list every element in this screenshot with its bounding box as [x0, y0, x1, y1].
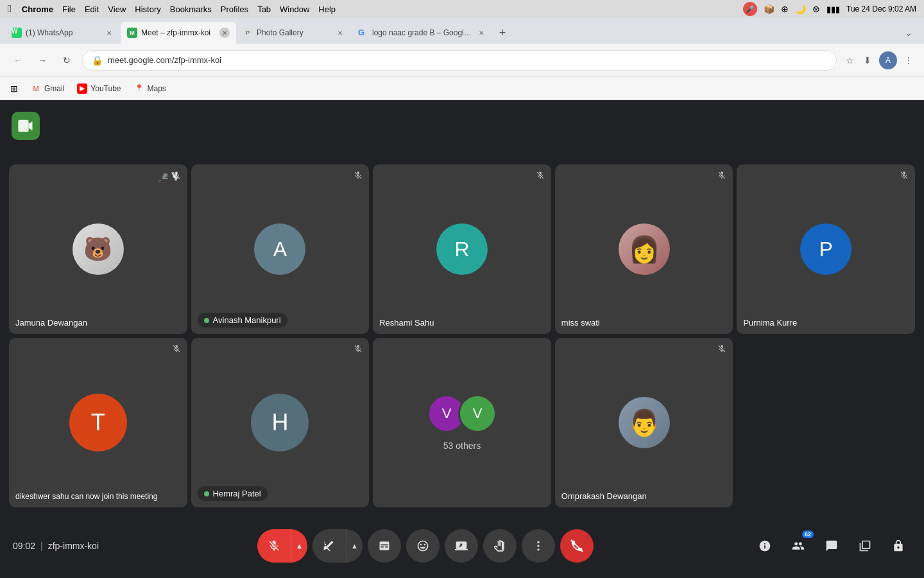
menu-profiles[interactable]: Profiles [221, 4, 248, 14]
bookmark-youtube[interactable]: ▶ YouTube [72, 81, 126, 96]
mic-mute-button[interactable] [257, 529, 291, 563]
participant-missswati[interactable]: 👩 miss swati [555, 164, 733, 334]
new-tab-button[interactable]: + [493, 22, 512, 44]
bookmark-maps-label: Maps [148, 84, 166, 93]
tab-google-close[interactable]: ✕ [476, 28, 486, 38]
avinash-name-badge: Avinash Manikpuri [198, 313, 287, 328]
omprakash-avatar: 👨 [619, 397, 670, 448]
hemraj-avatar: H [251, 394, 309, 451]
tab-meet-close[interactable]: ✕ [219, 28, 230, 38]
forward-button[interactable]: → [33, 51, 51, 69]
reshami-muted-icon [536, 171, 545, 182]
chat-button[interactable] [819, 533, 844, 559]
chrome-menu-icon[interactable]: ⋮ [902, 54, 915, 67]
meet-logo [12, 112, 40, 140]
present-button[interactable] [445, 529, 478, 563]
cam-off-button[interactable] [312, 529, 346, 563]
participant-reshami[interactable]: R Reshami Sahu [373, 164, 551, 334]
bookmark-star-icon[interactable]: ☆ [843, 54, 856, 67]
more-options-button[interactable] [522, 529, 555, 563]
people-button[interactable]: 62 [785, 533, 811, 559]
profile-icon[interactable]: A [879, 51, 897, 69]
menu-bookmarks[interactable]: Bookmarks [170, 4, 212, 14]
end-call-button[interactable] [560, 529, 594, 563]
participant-others[interactable]: V V 53 others [373, 338, 551, 507]
back-button[interactable]: ← [9, 51, 27, 69]
menu-file[interactable]: File [62, 4, 76, 14]
svg-rect-0 [18, 120, 28, 132]
bookmark-gmail[interactable]: M Gmail [26, 81, 69, 96]
meeting-time-info: 09:02 | zfp-immx-koi [13, 541, 99, 551]
bookmark-maps[interactable]: 📍 Maps [129, 81, 171, 96]
tab-meet[interactable]: M Meet – zfp-immx-koi ✕ [121, 22, 236, 44]
download-icon[interactable]: ⬇ [861, 54, 874, 67]
hemraj-muted-icon [354, 344, 363, 355]
participant-hemraj[interactable]: H Hemraj Patel [191, 338, 370, 507]
menu-edit[interactable]: Edit [85, 4, 99, 14]
apple-menu[interactable]:  [8, 3, 12, 15]
raise-hand-button[interactable] [483, 529, 517, 563]
youtube-icon: ▶ [77, 83, 87, 94]
tab-whatsapp-close[interactable]: ✕ [104, 28, 114, 38]
apps-icon[interactable]: ⊞ [8, 82, 21, 95]
cam-control-group: ▲ [312, 529, 363, 563]
menubar-items: Chrome File Edit View History Bookmarks … [22, 4, 336, 14]
bookmark-gmail-label: Gmail [44, 84, 64, 93]
address-bar: ← → ↻ 🔒 meet.google.com/zfp-immx-koi ☆ ⬇… [0, 44, 924, 77]
purnima-muted-icon [900, 171, 909, 182]
reload-button[interactable]: ↻ [58, 51, 76, 69]
captions-button[interactable] [368, 529, 401, 563]
avinash-active-dot [204, 318, 209, 323]
meeting-info-button[interactable] [752, 533, 778, 559]
people-count-badge: 62 [802, 530, 814, 538]
menu-chrome[interactable]: Chrome [22, 4, 53, 14]
participant-avinash[interactable]: A Avinash Manikpuri [191, 164, 370, 334]
tab-google[interactable]: G logo naac grade B – Google S… ✕ [352, 22, 493, 44]
dikeshwer-avatar: T [69, 394, 127, 451]
hemraj-active-dot [204, 491, 209, 496]
mic-arrow-button[interactable]: ▲ [291, 529, 307, 563]
lock-meeting-button[interactable] [886, 533, 911, 559]
tab-whatsapp-title: (1) WhatsApp [26, 28, 100, 37]
tab-photos-title: Photo Gallery [257, 28, 331, 37]
bottom-right-controls: 62 [752, 533, 911, 559]
maps-icon: 📍 [134, 83, 144, 94]
google-favicon: G [358, 28, 368, 38]
activities-button[interactable] [852, 533, 878, 559]
emoji-button[interactable] [406, 529, 440, 563]
avinash-avatar: A [254, 223, 305, 275]
address-input[interactable]: 🔒 meet.google.com/zfp-immx-koi [82, 50, 837, 71]
participant-purnima[interactable]: P Purnima Kurre [737, 164, 915, 334]
participant-grid: 🐻 🎤̶ Jamuna Dewangan A A [9, 164, 915, 507]
jamuna-name: Jamuna Dewangan [15, 318, 87, 328]
menu-tab[interactable]: Tab [257, 4, 271, 14]
participant-jamuna[interactable]: 🐻 🎤̶ Jamuna Dewangan [9, 164, 187, 334]
participant-dikeshwer[interactable]: T dikeshwer sahu can now join this meeti… [9, 338, 187, 507]
address-right: ☆ ⬇ A ⋮ [843, 51, 915, 69]
menubar:  Chrome File Edit View History Bookmark… [0, 0, 924, 18]
hemraj-name-badge: Hemraj Patel [198, 486, 268, 501]
bookmarks-bar: ⊞ M Gmail ▶ YouTube 📍 Maps [0, 77, 924, 100]
others-count: 53 others [443, 441, 481, 451]
cam-arrow-button[interactable]: ▲ [346, 529, 363, 563]
tab-strip-expand[interactable]: ⌄ [898, 22, 919, 44]
chrome-window: W (1) WhatsApp ✕ M Meet – zfp-immx-koi ✕… [0, 18, 924, 578]
missswati-avatar: 👩 [619, 223, 670, 275]
tab-whatsapp[interactable]: W (1) WhatsApp ✕ [5, 22, 121, 44]
jamuna-muted-icon [172, 171, 181, 182]
tab-photos[interactable]: P Photo Gallery ✕ [236, 22, 352, 44]
avinash-muted-icon [354, 171, 363, 182]
tab-photos-close[interactable]: ✕ [335, 28, 345, 38]
menu-history[interactable]: History [135, 4, 160, 14]
participant-omprakash[interactable]: 👨 Omprakash Dewangan [555, 338, 733, 507]
meet-controls: ▲ ▲ [99, 529, 752, 563]
wifi-icon: ⊛ [812, 4, 820, 14]
menu-help[interactable]: Help [318, 4, 336, 14]
others-avatars: V V [427, 394, 497, 433]
menu-window[interactable]: Window [280, 4, 309, 14]
menu-view[interactable]: View [108, 4, 126, 14]
purnima-avatar: P [800, 223, 851, 275]
omprakash-name: Omprakash Dewangan [561, 491, 647, 501]
night-mode-icon: 🌙 [795, 4, 806, 14]
tab-bar: W (1) WhatsApp ✕ M Meet – zfp-immx-koi ✕… [0, 18, 924, 44]
